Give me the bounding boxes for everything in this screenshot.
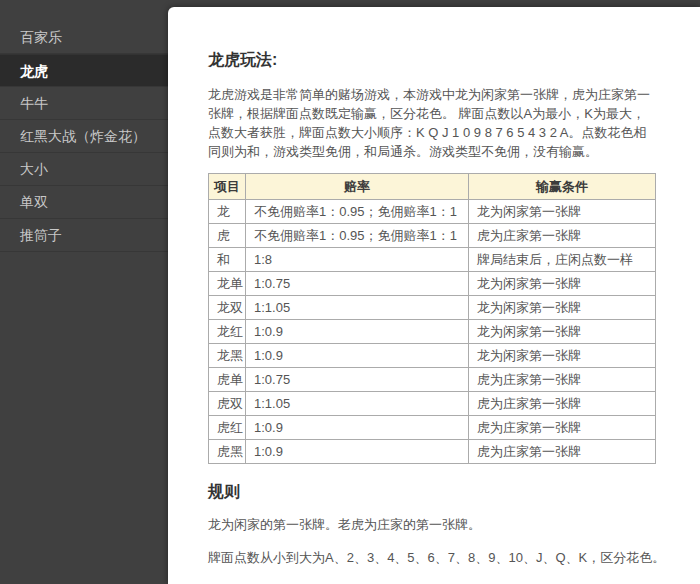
item-cell: 和 — [209, 248, 246, 272]
sidebar-item-tuitongzi[interactable]: 推筒子 — [0, 219, 168, 252]
sidebar-item-hongheidazhan[interactable]: 红黑大战（炸金花） — [0, 120, 168, 153]
content-body: 龙虎玩法: 龙虎游戏是非常简单的赌场游戏，本游戏中龙为闲家第一张牌，虎为庄家第一… — [168, 7, 700, 584]
table-row: 虎双1:1.05虎为庄家第一张牌 — [209, 392, 656, 416]
col-header-odds: 赔率 — [246, 174, 469, 200]
table-row: 龙双1:1.05龙为闲家第一张牌 — [209, 296, 656, 320]
intro-paragraph: 龙虎游戏是非常简单的赌场游戏，本游戏中龙为闲家第一张牌，虎为庄家第一张牌，根据牌… — [208, 85, 655, 161]
condition-cell: 龙为闲家第一张牌 — [469, 320, 656, 344]
odds-cell: 1:0.9 — [246, 440, 469, 464]
table-row: 和1:8牌局结束后，庄闲点数一样 — [209, 248, 656, 272]
odds-cell: 1:1.05 — [246, 296, 469, 320]
rule-paragraph: 龙为闲家的第一张牌。老虎为庄家的第一张牌。 — [208, 515, 660, 534]
item-cell: 虎双 — [209, 392, 246, 416]
odds-table-body: 龙不免佣赔率1：0.95；免佣赔率1：1龙为闲家第一张牌虎不免佣赔率1：0.95… — [209, 200, 656, 464]
condition-cell: 虎为庄家第一张牌 — [469, 392, 656, 416]
sidebar-item-baijiale[interactable]: 百家乐 — [0, 21, 168, 54]
sidebar-item-longhu[interactable]: 龙虎 — [0, 54, 168, 87]
odds-cell: 1:0.9 — [246, 320, 469, 344]
odds-cell: 1:0.9 — [246, 344, 469, 368]
item-cell: 龙黑 — [209, 344, 246, 368]
condition-cell: 龙为闲家第一张牌 — [469, 344, 656, 368]
item-cell: 龙单 — [209, 272, 246, 296]
app-root: 百家乐龙虎牛牛红黑大战（炸金花）大小单双推筒子 龙虎玩法: 龙虎游戏是非常简单的… — [0, 0, 700, 584]
col-header-item: 项目 — [209, 174, 246, 200]
condition-cell: 牌局结束后，庄闲点数一样 — [469, 248, 656, 272]
condition-cell: 龙为闲家第一张牌 — [469, 200, 656, 224]
table-row: 虎黑1:0.9虎为庄家第一张牌 — [209, 440, 656, 464]
rules-list: 龙为闲家的第一张牌。老虎为庄家的第一张牌。牌面点数从小到大为A、2、3、4、5、… — [208, 515, 660, 584]
condition-cell: 虎为庄家第一张牌 — [469, 416, 656, 440]
sidebar-item-daxiao[interactable]: 大小 — [0, 153, 168, 186]
condition-cell: 龙为闲家第一张牌 — [469, 296, 656, 320]
sidebar-item-niuniu[interactable]: 牛牛 — [0, 87, 168, 120]
page-title: 龙虎玩法: — [208, 50, 660, 69]
table-row: 龙红1:0.9龙为闲家第一张牌 — [209, 320, 656, 344]
item-cell: 虎单 — [209, 368, 246, 392]
col-header-win-condition: 输赢条件 — [469, 174, 656, 200]
rules-title: 规则 — [208, 482, 660, 501]
item-cell: 虎黑 — [209, 440, 246, 464]
item-cell: 龙红 — [209, 320, 246, 344]
odds-table: 项目 赔率 输赢条件 龙不免佣赔率1：0.95；免佣赔率1：1龙为闲家第一张牌虎… — [208, 173, 656, 464]
odds-table-header: 项目 赔率 输赢条件 — [209, 174, 656, 200]
item-cell: 龙双 — [209, 296, 246, 320]
rule-paragraph: 牌面点数从小到大为A、2、3、4、5、6、7、8、9、10、J、Q、K，区分花色… — [208, 548, 660, 567]
content-panel: 龙虎玩法: 龙虎游戏是非常简单的赌场游戏，本游戏中龙为闲家第一张牌，虎为庄家第一… — [168, 7, 700, 584]
game-nav-sidebar: 百家乐龙虎牛牛红黑大战（炸金花）大小单双推筒子 — [0, 0, 168, 584]
table-row: 虎不免佣赔率1：0.95；免佣赔率1：1虎为庄家第一张牌 — [209, 224, 656, 248]
table-row: 龙单1:0.75龙为闲家第一张牌 — [209, 272, 656, 296]
item-cell: 虎 — [209, 224, 246, 248]
odds-cell: 1:0.75 — [246, 272, 469, 296]
table-header-row: 项目 赔率 输赢条件 — [209, 174, 656, 200]
condition-cell: 虎为庄家第一张牌 — [469, 440, 656, 464]
table-row: 龙不免佣赔率1：0.95；免佣赔率1：1龙为闲家第一张牌 — [209, 200, 656, 224]
table-row: 虎红1:0.9虎为庄家第一张牌 — [209, 416, 656, 440]
odds-cell: 1:8 — [246, 248, 469, 272]
condition-cell: 龙为闲家第一张牌 — [469, 272, 656, 296]
item-cell: 龙 — [209, 200, 246, 224]
table-row: 龙黑1:0.9龙为闲家第一张牌 — [209, 344, 656, 368]
condition-cell: 虎为庄家第一张牌 — [469, 224, 656, 248]
odds-cell: 1:0.9 — [246, 416, 469, 440]
item-cell: 虎红 — [209, 416, 246, 440]
sidebar-item-danshuang[interactable]: 单双 — [0, 186, 168, 219]
condition-cell: 虎为庄家第一张牌 — [469, 368, 656, 392]
table-row: 虎单1:0.75虎为庄家第一张牌 — [209, 368, 656, 392]
odds-cell: 不免佣赔率1：0.95；免佣赔率1：1 — [246, 224, 469, 248]
odds-cell: 1:1.05 — [246, 392, 469, 416]
odds-cell: 不免佣赔率1：0.95；免佣赔率1：1 — [246, 200, 469, 224]
odds-cell: 1:0.75 — [246, 368, 469, 392]
